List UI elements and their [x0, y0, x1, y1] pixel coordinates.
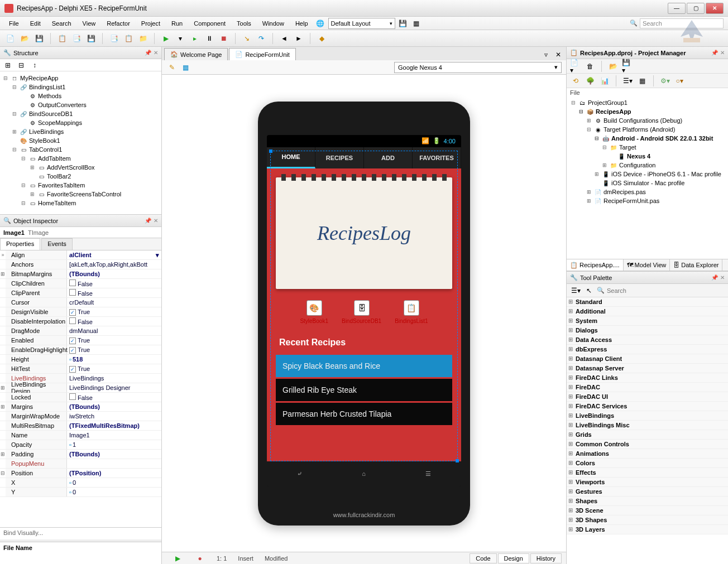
property-row[interactable]: HitTest✓True: [0, 364, 161, 374]
palette-category[interactable]: Standard: [567, 297, 728, 307]
property-row[interactable]: LockedFalse: [0, 393, 161, 402]
expand-icon[interactable]: ⊞: [29, 191, 36, 197]
palette-category[interactable]: Datasnap Client: [567, 354, 728, 364]
tree-item[interactable]: ⚙OutputConverters: [0, 100, 161, 109]
tab-model-view[interactable]: 🗺Model View: [624, 259, 670, 271]
open-icon[interactable]: 📂: [607, 61, 619, 72]
palette-search-input[interactable]: [607, 287, 725, 294]
view-icon[interactable]: ☰▾: [622, 75, 633, 86]
close-button[interactable]: ✕: [706, 3, 724, 14]
sort-icon[interactable]: ↕: [29, 60, 40, 71]
tree-item[interactable]: ⊟▭AddTabItem: [0, 154, 161, 163]
palette-category[interactable]: FireDAC: [567, 383, 728, 392]
tree-item[interactable]: ⊞▭AddVertScrollBox: [0, 163, 161, 172]
menu-file[interactable]: File: [4, 18, 23, 28]
prop-value[interactable]: crDefault: [67, 299, 161, 306]
prop-value[interactable]: LiveBindings: [67, 375, 161, 382]
expand-icon[interactable]: ⊟: [20, 182, 27, 188]
tree-item[interactable]: ⊟▭FavoritesTabItem: [0, 181, 161, 190]
run-dropdown-icon[interactable]: ▾: [175, 33, 186, 44]
property-row[interactable]: Anchors[akLeft,akTop,akRight,akBott: [0, 260, 161, 269]
layout-combo[interactable]: Default Layout: [328, 18, 395, 29]
palette-category[interactable]: dbExpress: [567, 345, 728, 354]
palette-category[interactable]: System: [567, 316, 728, 326]
app-tab-add[interactable]: ADD: [364, 147, 413, 168]
property-row[interactable]: Height▫518: [0, 355, 161, 364]
palette-category[interactable]: Additional: [567, 307, 728, 316]
property-row[interactable]: ⊞BitmapMargins(TBounds): [0, 269, 161, 279]
prop-value[interactable]: ▫0: [67, 479, 161, 486]
save-icon[interactable]: 💾▾: [622, 61, 633, 72]
globe-icon[interactable]: 🌐: [315, 18, 326, 29]
palette-category[interactable]: FireDAC Services: [567, 402, 728, 411]
palette-category[interactable]: FireDAC Links: [567, 373, 728, 383]
pin-icon[interactable]: 📌: [145, 218, 151, 224]
prop-value[interactable]: (TFixedMultiResBitmap): [67, 422, 161, 429]
tree-item[interactable]: ⊟▭HomeTabItem: [0, 199, 161, 208]
project-tree-item[interactable]: 📱iOS Simulator - Mac profile: [567, 179, 728, 187]
prop-value[interactable]: (TBounds): [67, 271, 161, 277]
recipe-item[interactable]: Grilled Rib Eye Steak: [276, 379, 452, 401]
palette-category[interactable]: Gestures: [567, 487, 728, 496]
app-tab-recipes[interactable]: RECIPES: [315, 147, 364, 168]
tab-recipeform[interactable]: 📄 RecipeFormUnit: [229, 48, 295, 60]
project-tree-item[interactable]: 📱Nexus 4: [567, 152, 728, 161]
menu-view[interactable]: View: [78, 18, 100, 28]
palette-category[interactable]: 3D Layers: [567, 525, 728, 534]
prop-value[interactable]: ▫518: [67, 356, 161, 363]
expand-icon[interactable]: ⊞: [593, 171, 600, 177]
app-tab-favorites[interactable]: FAVORITES: [413, 147, 461, 168]
expand-icon[interactable]: ⊞: [29, 165, 36, 170]
property-row[interactable]: ⊟Position(TPosition): [0, 469, 161, 478]
palette-category[interactable]: Datasnap Server: [567, 364, 728, 373]
close-panel-icon[interactable]: ✕: [720, 50, 725, 56]
expand-icon[interactable]: ⊟: [11, 111, 18, 117]
palette-category[interactable]: LiveBindings: [567, 411, 728, 421]
expand-icon[interactable]: ⊟: [601, 144, 608, 150]
circle-icon[interactable]: ○▾: [674, 75, 685, 86]
expand-icon[interactable]: ⊞: [11, 129, 18, 134]
property-row[interactable]: Y▫0: [0, 488, 161, 497]
run-noarg-icon[interactable]: ▸: [189, 33, 200, 44]
project-tree-item[interactable]: ⊞📁Configuration: [567, 161, 728, 170]
property-row[interactable]: PopupMenu: [0, 459, 161, 469]
view-mode-icon[interactable]: ▦: [180, 62, 191, 73]
back-icon[interactable]: ◄: [279, 33, 290, 44]
property-row[interactable]: X▫0: [0, 478, 161, 488]
pointer-icon[interactable]: ↖: [583, 285, 595, 296]
open-form-icon[interactable]: 📑: [71, 33, 82, 44]
palette-category[interactable]: 3D Scene: [567, 506, 728, 515]
recipe-item[interactable]: Parmesan Herb Crusted Tilapia: [276, 403, 452, 425]
property-row[interactable]: ClipParentFalse: [0, 288, 161, 298]
edit-mode-icon[interactable]: ✎: [166, 62, 178, 73]
tree-item[interactable]: ⊟□MyRecipeApp: [0, 74, 161, 83]
tab-properties[interactable]: Properties: [0, 238, 40, 250]
component-item[interactable]: 🎨StyleBook1: [300, 300, 328, 324]
prop-value[interactable]: ✓True: [67, 365, 161, 373]
record-icon[interactable]: ●: [194, 553, 205, 564]
expand-icon[interactable]: ⊞: [586, 118, 592, 123]
tree-item[interactable]: ⚙Methods: [0, 91, 161, 100]
menu-project[interactable]: Project: [137, 18, 165, 28]
tree-item[interactable]: 🎨StyleBook1: [0, 136, 161, 145]
property-row[interactable]: Enabled✓True: [0, 336, 161, 345]
tab-project[interactable]: 📋RecipesApp....: [567, 259, 624, 271]
expand-icon[interactable]: ⊟: [586, 127, 592, 132]
menu-tools[interactable]: Tools: [232, 18, 256, 28]
prop-value[interactable]: (TPosition): [67, 470, 161, 476]
pin-icon[interactable]: 📌: [145, 50, 151, 56]
project-tree-item[interactable]: ⊟◉Target Platforms (Android): [567, 125, 728, 134]
pin-icon[interactable]: 📌: [711, 50, 718, 56]
pin-icon[interactable]: 📌: [711, 274, 718, 281]
property-row[interactable]: MultiResBitmap(TFixedMultiResBitmap): [0, 421, 161, 431]
palette-category[interactable]: LiveBindings Misc: [567, 421, 728, 430]
prop-value[interactable]: ✓True: [67, 346, 161, 354]
forward-icon[interactable]: ►: [293, 33, 304, 44]
new-form-icon[interactable]: 📋: [56, 33, 68, 44]
object-selector[interactable]: Image1 TImage: [0, 227, 161, 238]
recent-icon[interactable]: ☰: [425, 470, 431, 478]
prop-value[interactable]: (TBounds): [67, 451, 161, 457]
property-row[interactable]: DragModedmManual: [0, 326, 161, 336]
step-into-icon[interactable]: ↘: [241, 33, 252, 44]
prop-value[interactable]: False: [67, 279, 161, 287]
